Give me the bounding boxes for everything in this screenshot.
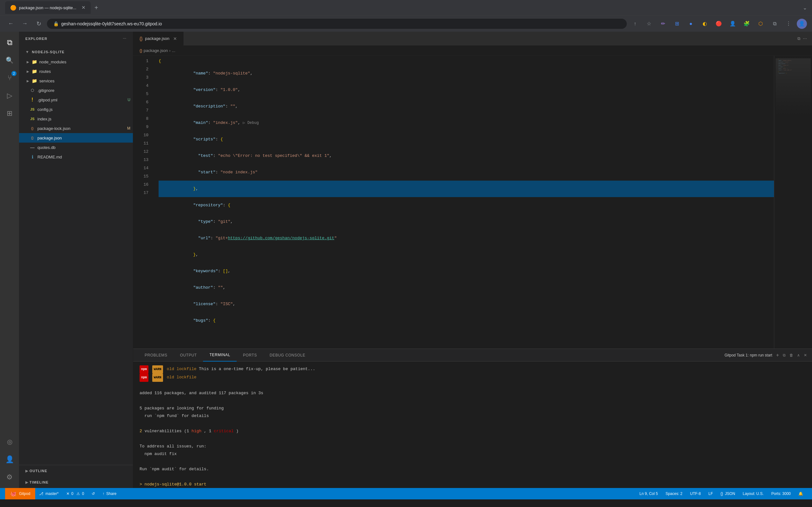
panel: PROBLEMS OUTPUT TERMINAL PORTS DEBUG CON… <box>133 349 812 488</box>
sync-status[interactable]: ↺ <box>88 488 99 499</box>
file-package-json[interactable]: {} package.json <box>19 133 133 143</box>
browser-icon[interactable]: ● <box>685 18 697 30</box>
language-status[interactable]: {} JSON <box>717 488 739 499</box>
terminal-tab[interactable]: TERMINAL <box>203 349 236 361</box>
file-label: .gitignore <box>38 88 131 93</box>
remote-icon[interactable]: ◎ <box>1 434 18 450</box>
debug-hint: ▷ Debug <box>243 119 258 127</box>
file-config-js[interactable]: JS config.js <box>19 105 133 114</box>
js-icon: JS <box>29 116 36 122</box>
active-tab[interactable]: 🟠 package.json — nodejs-sqlite... ✕ <box>5 1 91 14</box>
breadcrumb-more[interactable]: ... <box>172 48 175 53</box>
user-avatar[interactable]: 👤 <box>797 19 807 29</box>
folder-routes[interactable]: ▶ 📁 routes <box>19 66 133 76</box>
gitpod-status[interactable]: 🐙 Gitpod <box>5 488 35 499</box>
apps-icon[interactable]: ⊞ <box>671 18 682 30</box>
window-expand-icon[interactable]: ⌄ <box>803 5 807 11</box>
extensions-icon[interactable]: ⊞ <box>1 105 18 122</box>
folder-icon: 📁 <box>31 68 38 74</box>
split-terminal-icon[interactable]: ⧉ <box>783 353 786 357</box>
git-branch-status[interactable]: ⎇ master* <box>35 488 62 499</box>
more-menu-icon[interactable]: ⋮ <box>783 18 794 30</box>
file-gitpod-yml[interactable]: ! .gitpod.yml U <box>19 95 133 105</box>
ports-tab[interactable]: PORTS <box>237 349 263 361</box>
outline-section[interactable]: ▶ OUTLINE <box>19 465 133 476</box>
folder-node-modules[interactable]: ▶ 📁 node_modules <box>19 57 133 66</box>
code-line: "start": "node index.js" <box>159 164 774 181</box>
colorful-icon[interactable]: ◐ <box>699 18 711 30</box>
code-line: }, <box>159 181 774 197</box>
source-control-icon[interactable]: ⑂ 2 <box>1 70 18 86</box>
spaces-status[interactable]: Spaces: 2 <box>662 488 686 499</box>
terminal-line: npm WARN old lockfile <box>140 374 806 382</box>
profile-icon[interactable]: 👤 <box>727 18 739 30</box>
file-index-js[interactable]: JS index.js <box>19 114 133 124</box>
account-icon[interactable]: 👤 <box>1 451 18 468</box>
code-content[interactable]: { "name": "nodejs-sqlite", "version": "1… <box>152 56 774 349</box>
more-editor-icon[interactable]: ⋯ <box>803 36 807 41</box>
maximize-panel-icon[interactable]: ∧ <box>797 353 800 357</box>
file-readme-md[interactable]: ℹ README.md <box>19 152 133 162</box>
address-bar[interactable]: 🔒 geshan-nodejssqlite-0yldt7seezh.ws-eu7… <box>47 19 627 29</box>
split-editor-icon[interactable]: ⧉ <box>798 36 800 41</box>
close-panel-icon[interactable]: ✕ <box>804 353 807 357</box>
eol-status[interactable]: LF <box>705 488 717 499</box>
gitignore-icon: ⬡ <box>29 87 36 94</box>
settings-icon[interactable]: ⚙ <box>1 469 18 486</box>
nav-icons: ↑ ☆ ✏ ⊞ ● ◐ 🔴 👤 🧩 ⬡ ⧉ ⋮ 👤 <box>629 18 807 30</box>
line-col-status[interactable]: Ln 9, Col 5 <box>636 488 662 499</box>
tab-package-json[interactable]: {} package.json ✕ <box>133 32 184 46</box>
split-view-icon[interactable]: ⧉ <box>769 18 780 30</box>
files-icon[interactable]: ⧉ <box>1 34 18 51</box>
share-icon[interactable]: ↑ <box>629 18 641 30</box>
file-gitignore[interactable]: ⬡ .gitignore <box>19 86 133 95</box>
folder-chevron: ▶ <box>26 59 31 64</box>
tab-favicon: 🟠 <box>10 5 16 11</box>
close-tab-icon[interactable]: ✕ <box>82 5 86 10</box>
code-line: "repository": { <box>159 197 774 214</box>
errors-status[interactable]: ✕ 0 ⚠ 0 <box>62 488 88 499</box>
share-status[interactable]: ↑ Share <box>99 488 120 499</box>
extension1-icon[interactable]: 🧩 <box>741 18 752 30</box>
encoding-status[interactable]: UTF-8 <box>687 488 705 499</box>
forward-button[interactable]: → <box>19 18 31 30</box>
timeline-label: TIMELINE <box>30 481 49 484</box>
terminal-content[interactable]: npm WARN old lockfile This is a one-time… <box>133 361 812 488</box>
source-control-badge: 2 <box>11 71 16 76</box>
code-line: "version": "1.0.0", <box>159 82 774 98</box>
project-root-folder[interactable]: ▼ NODEJS-SQLITE <box>19 47 133 57</box>
new-file-icon[interactable]: ⋯ <box>123 37 126 41</box>
file-quotes-db[interactable]: — quotes.db <box>19 143 133 152</box>
extensions-nav-icon[interactable]: ✏ <box>657 18 669 30</box>
layout-status[interactable]: Layout: U.S. <box>739 488 768 499</box>
explorer-title: EXPLORER <box>26 37 47 41</box>
add-terminal-icon[interactable]: + <box>776 352 779 358</box>
back-button[interactable]: ← <box>5 18 16 30</box>
notifications-status[interactable]: 🔔 <box>795 488 807 499</box>
folder-label: services <box>39 78 55 83</box>
close-tab-icon[interactable]: ✕ <box>173 36 177 41</box>
breadcrumb-filename[interactable]: package.json <box>144 48 168 53</box>
code-line: "bugs": { <box>159 313 774 329</box>
kill-terminal-icon[interactable]: 🗑 <box>790 353 793 357</box>
panel-right-actions: Gitpod Task 1: npm run start + ⧉ 🗑 ∧ ✕ <box>724 352 807 358</box>
file-package-lock-json[interactable]: {} package-lock.json M <box>19 124 133 133</box>
red-icon[interactable]: 🔴 <box>713 18 724 30</box>
bookmark-icon[interactable]: ☆ <box>643 18 655 30</box>
run-debug-icon[interactable]: ▷ <box>1 88 18 104</box>
sidebar-bottom: ▶ OUTLINE ▶ TIMELINE <box>19 465 133 488</box>
bell-icon: 🔔 <box>798 492 803 496</box>
search-icon[interactable]: 🔍 <box>1 52 18 68</box>
output-tab[interactable]: OUTPUT <box>174 349 203 361</box>
problems-tab[interactable]: PROBLEMS <box>138 349 174 361</box>
debug-console-tab[interactable]: DEBUG CONSOLE <box>263 349 312 361</box>
tab-label: package.json <box>145 36 169 41</box>
reload-button[interactable]: ↻ <box>33 18 44 30</box>
new-tab-button[interactable]: + <box>91 2 102 13</box>
error-icon: ✕ <box>66 492 69 496</box>
code-line: "main": "index.js", ▷ Debug <box>159 115 774 131</box>
folder-services[interactable]: ▶ 📁 services <box>19 76 133 86</box>
ports-status[interactable]: Ports: 3000 <box>768 488 795 499</box>
extension2-icon[interactable]: ⬡ <box>755 18 766 30</box>
timeline-section[interactable]: ▶ TIMELINE <box>19 476 133 488</box>
